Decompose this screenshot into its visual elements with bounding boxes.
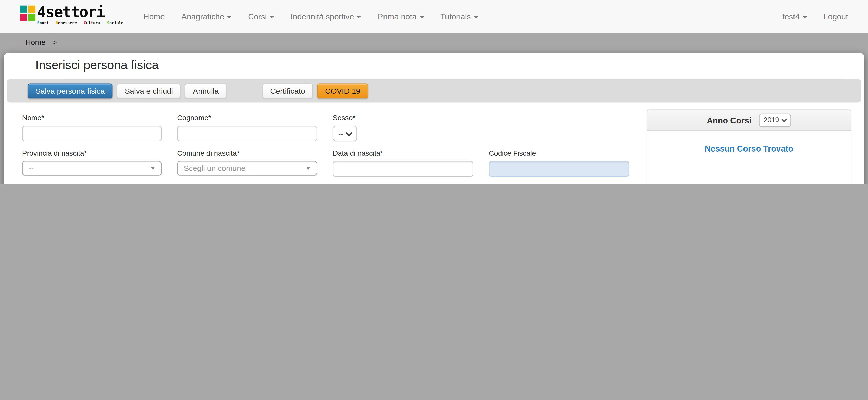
indirizzo-residenza-label: Indirizzo di residenza bbox=[333, 183, 573, 184]
brand-text: 4settori Sport - Benessere - Cultura - S… bbox=[37, 4, 123, 26]
nav-item-label: Tutorials bbox=[440, 12, 471, 21]
anno-corsi-title: Anno Corsi bbox=[707, 115, 751, 125]
anno-corsi-panel: Anno Corsi 2019 Nessun Corso Trovato bbox=[647, 110, 851, 184]
provincia-residenza-label: Provincia di residenza bbox=[22, 183, 162, 184]
user-menu[interactable]: test4 bbox=[774, 0, 815, 33]
nav-item-corsi[interactable]: Corsi bbox=[240, 0, 282, 33]
chevron-down-icon bbox=[781, 117, 787, 122]
tagline-word-rest: ultura bbox=[86, 21, 100, 25]
top-navbar: 4settori Sport - Benessere - Cultura - S… bbox=[0, 0, 868, 33]
tagline-separator: - bbox=[49, 21, 56, 25]
nav-item-home[interactable]: Home bbox=[135, 0, 173, 33]
form-row-3: Provincia di residenza -- Comune di resi… bbox=[22, 183, 629, 184]
user-name: test4 bbox=[782, 12, 800, 21]
comune-nascita-placeholder: Scegli un comune bbox=[184, 164, 245, 173]
breadcrumb-separator: > bbox=[53, 38, 57, 47]
page: 4settori Sport - Benessere - Cultura - S… bbox=[0, 0, 868, 184]
logout-label: Logout bbox=[824, 12, 848, 21]
save-and-close-button[interactable]: Salva e chiudi bbox=[117, 84, 181, 98]
nome-input[interactable] bbox=[22, 126, 162, 141]
form-row-1: Nome* Cognome* Sesso* -- bbox=[22, 114, 357, 141]
caret-down-icon bbox=[270, 16, 274, 18]
tagline-word-initial: B bbox=[56, 21, 58, 25]
nav-item-label: Home bbox=[144, 12, 165, 21]
nav-item-label: Anagrafiche bbox=[181, 12, 224, 21]
brand-name: 4settori bbox=[37, 4, 123, 21]
sesso-label: Sesso* bbox=[333, 114, 357, 122]
dropdown-arrow-icon bbox=[151, 166, 155, 170]
sesso-select[interactable]: -- bbox=[333, 126, 357, 141]
navbar-right: test4 Logout bbox=[774, 0, 857, 33]
covid19-button[interactable]: COVID 19 bbox=[317, 84, 368, 98]
no-courses-message: Nessun Corso Trovato bbox=[705, 144, 793, 153]
content-card: Inserisci persona fisica Salva persona f… bbox=[4, 53, 864, 184]
caret-down-icon bbox=[227, 16, 231, 18]
certificato-button[interactable]: Certificato bbox=[262, 84, 313, 98]
logo-square-green bbox=[28, 14, 35, 21]
anno-corsi-body: Nessun Corso Trovato bbox=[647, 131, 851, 154]
caret-down-icon bbox=[802, 16, 807, 18]
nav-item-anagrafiche[interactable]: Anagrafiche bbox=[173, 0, 240, 33]
logout-link[interactable]: Logout bbox=[815, 0, 856, 33]
caret-down-icon bbox=[473, 16, 478, 18]
comune-residenza-label: Comune di residenza bbox=[177, 183, 317, 184]
data-nascita-label: Data di nascita* bbox=[333, 149, 473, 158]
tagline-separator: - bbox=[100, 21, 107, 25]
nav-item-label: Prima nota bbox=[378, 12, 417, 21]
breadcrumb-home-link[interactable]: Home bbox=[26, 38, 45, 47]
provincia-nascita-label: Provincia di nascita* bbox=[22, 149, 162, 158]
tagline-word-rest: port bbox=[39, 21, 49, 25]
nome-label: Nome* bbox=[22, 114, 162, 122]
dropdown-arrow-icon bbox=[306, 166, 311, 170]
anno-corsi-year-value: 2019 bbox=[764, 116, 779, 124]
logo-square-yellow bbox=[28, 6, 35, 13]
cap-label: CAP bbox=[588, 183, 629, 184]
nav-item-tutorials[interactable]: Tutorials bbox=[432, 0, 486, 33]
codice-fiscale-label: Codice Fiscale bbox=[489, 149, 629, 158]
brand-tagline: Sport - Benessere - Cultura - Sociale bbox=[37, 21, 123, 25]
sesso-value: -- bbox=[338, 129, 343, 138]
main-nav: Home Anagrafiche Corsi Indennità sportiv… bbox=[135, 0, 486, 33]
logo-square-teal bbox=[20, 6, 27, 13]
save-button[interactable]: Salva persona fisica bbox=[28, 84, 113, 98]
codice-fiscale-input[interactable] bbox=[489, 161, 629, 177]
cancel-button[interactable]: Annulla bbox=[185, 84, 226, 98]
cognome-input[interactable] bbox=[177, 126, 317, 141]
brand-logo[interactable]: 4settori Sport - Benessere - Cultura - S… bbox=[20, 4, 123, 26]
toolbar-top: Salva persona fisica Salva e chiudi Annu… bbox=[7, 79, 861, 102]
anno-corsi-header: Anno Corsi 2019 bbox=[647, 110, 851, 131]
tagline-word-initial: C bbox=[84, 21, 86, 25]
caret-down-icon bbox=[420, 16, 424, 18]
tagline-separator: - bbox=[77, 21, 84, 25]
form-row-2: Provincia di nascita* -- Comune di nasci… bbox=[22, 149, 629, 177]
nav-item-label: Corsi bbox=[248, 12, 267, 21]
page-title: Inserisci persona fisica bbox=[35, 58, 159, 72]
tagline-word-rest: ociale bbox=[110, 21, 123, 25]
brand-logo-squares bbox=[20, 6, 35, 26]
provincia-nascita-value: -- bbox=[29, 164, 34, 173]
anno-corsi-year-select[interactable]: 2019 bbox=[759, 114, 792, 127]
breadcrumb: Home > bbox=[0, 33, 868, 53]
chevron-down-icon bbox=[345, 129, 352, 136]
cognome-label: Cognome* bbox=[177, 114, 317, 122]
data-nascita-input[interactable] bbox=[333, 161, 473, 177]
nav-item-prima-nota[interactable]: Prima nota bbox=[369, 0, 432, 33]
logo-square-red bbox=[20, 14, 27, 21]
tagline-word-initial: S bbox=[107, 21, 110, 25]
comune-nascita-select[interactable]: Scegli un comune bbox=[177, 161, 317, 175]
comune-nascita-label: Comune di nascita* bbox=[177, 149, 317, 158]
caret-down-icon bbox=[357, 16, 361, 18]
nav-item-label: Indennità sportive bbox=[290, 12, 354, 21]
provincia-nascita-select[interactable]: -- bbox=[22, 161, 162, 175]
nav-item-indennita-sportive[interactable]: Indennità sportive bbox=[282, 0, 369, 33]
tagline-word-rest: enessere bbox=[58, 21, 77, 25]
